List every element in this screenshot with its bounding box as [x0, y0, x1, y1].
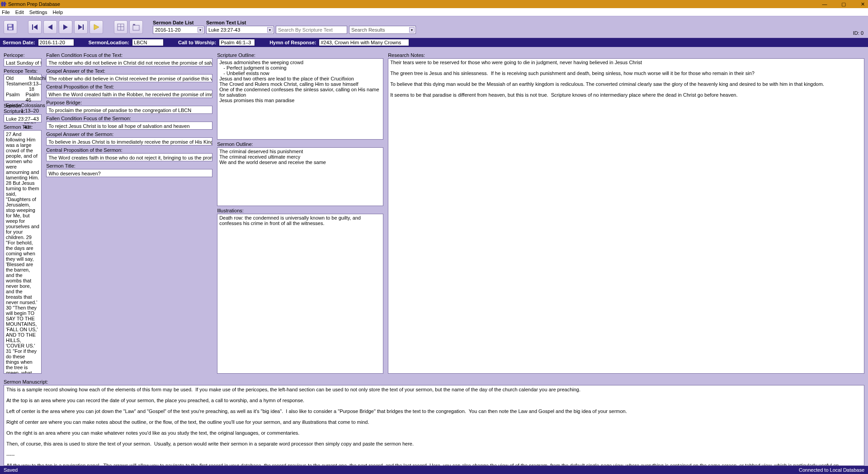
hymn-response-label: Hymn of Response:	[269, 40, 316, 45]
save-button[interactable]	[4, 20, 17, 34]
fcfs-input[interactable]: To reject Jesus Christ is to lose all ho…	[46, 122, 212, 130]
cpt-label: Central Proposition of the Text:	[46, 84, 212, 89]
manuscript-label: Sermon Manuscript:	[4, 379, 864, 385]
svg-rect-11	[83, 24, 84, 30]
column-research: Research Notes: Their tears were to be r…	[388, 51, 864, 374]
sermon-date-list-label: Sermon Date List	[153, 20, 204, 25]
sermon-date-list-value: 2016-11-20	[155, 27, 180, 33]
tabbed-view-button[interactable]	[129, 20, 143, 34]
sermon-text-list-value: Luke 23:27-43	[208, 27, 240, 33]
sermon-location-input[interactable]	[132, 39, 164, 46]
minimize-button[interactable]: —	[821, 1, 828, 7]
prev-record-button[interactable]	[43, 20, 57, 34]
menu-file[interactable]: File	[2, 9, 10, 15]
fcft-label: Fallen Condition Focus of the Text:	[46, 52, 212, 58]
svg-rect-17	[133, 24, 135, 25]
gat-input[interactable]: The robber who did believe in Christ rec…	[46, 74, 212, 82]
menu-bar: File Edit Settings Help	[0, 8, 868, 16]
sermon-scripture-label: Sermon Scripture:	[4, 103, 42, 114]
window-title: Sermon Prep Database	[8, 1, 60, 7]
app-icon	[1, 1, 6, 7]
sermon-title-input[interactable]: Who deserves heaven?	[46, 169, 212, 177]
menu-help[interactable]: Help	[52, 9, 63, 15]
last-record-button[interactable]	[74, 20, 88, 34]
svg-marker-12	[94, 24, 99, 30]
pb-input[interactable]: To proclaim the promise of paradise to t…	[46, 106, 212, 114]
column-pericope: Pericope: Last Sunday of the Church Year…	[4, 51, 42, 374]
svg-rect-2	[1, 3, 6, 5]
single-page-view-button[interactable]	[114, 20, 127, 34]
sermon-date-list-combo[interactable]: 2016-11-20 ▾	[153, 26, 204, 34]
sermon-date-label: Sermon Date:	[3, 40, 35, 45]
menu-settings[interactable]: Settings	[29, 9, 47, 15]
illustrations-area[interactable]: Death row: the condemned is universally …	[217, 214, 383, 374]
scripture-outline-label: Scripture Outline:	[217, 52, 383, 58]
fcfs-label: Fallen Condition Focus of the Sermon:	[46, 116, 212, 121]
sermon-date-input[interactable]	[38, 39, 74, 46]
search-results-placeholder: Search Results	[351, 27, 385, 33]
cpt-input[interactable]: When the Word created faith in the Robbe…	[46, 90, 212, 98]
sermon-text-list-combo[interactable]: Luke 23:27-43 ▾	[206, 26, 274, 34]
research-notes-area[interactable]: Their tears were to be reserved for thos…	[388, 58, 864, 374]
next-record-button[interactable]	[59, 20, 72, 34]
main-columns: Pericope: Last Sunday of the Church Year…	[0, 47, 868, 377]
play-button[interactable]	[90, 20, 103, 34]
chevron-down-icon: ▾	[198, 27, 203, 33]
search-results-combo[interactable]: Search Results ▾	[349, 26, 416, 34]
menu-edit[interactable]: Edit	[15, 9, 24, 15]
svg-marker-9	[63, 24, 68, 30]
sermon-header-row: Sermon Date: SermonLocation: Call to Wor…	[0, 38, 868, 47]
title-bar: Sermon Prep Database — ▢ ✕	[0, 0, 868, 8]
maximize-button[interactable]: ▢	[840, 1, 847, 7]
sermon-outline-label: Sermon Outline:	[217, 141, 383, 147]
sermon-text-list-label: Sermon Text List	[206, 20, 274, 25]
call-to-worship-label: Call to Worship:	[178, 40, 216, 45]
svg-rect-5	[9, 28, 12, 30]
sermon-title-label: Sermon Title:	[46, 163, 212, 169]
call-to-worship-input[interactable]	[219, 39, 255, 46]
gat-label: Gospel Answer of the Text:	[46, 68, 212, 74]
research-notes-label: Research Notes:	[388, 52, 864, 58]
pericope-texts-label: Pericope Texts:	[4, 68, 42, 74]
search-scripture-input[interactable]	[276, 26, 347, 34]
svg-rect-6	[32, 24, 33, 30]
cps-label: Central Proposition of the Sermon:	[46, 147, 212, 153]
column-outlines: Scripture Outline: Jesus admonishes the …	[217, 51, 383, 374]
toolbar: Sermon Date List 2016-11-20 ▾ Sermon Tex…	[0, 16, 868, 38]
svg-marker-10	[78, 24, 82, 30]
first-record-button[interactable]	[28, 20, 42, 34]
svg-marker-7	[33, 24, 38, 30]
svg-marker-8	[48, 24, 52, 30]
chevron-down-icon: ▾	[267, 27, 273, 33]
pericope-texts-box[interactable]: Old TestamentMalachi 3:13–18 PsalmPsalm …	[4, 74, 42, 101]
sermon-text-area[interactable]: 27 And following Him was a large crowd o…	[4, 130, 42, 374]
fcft-input[interactable]: The robber who did not believe in Christ…	[46, 58, 212, 66]
svg-rect-4	[8, 24, 12, 27]
record-id-label: ID: 0	[853, 30, 863, 36]
sermon-location-label: SermonLocation:	[89, 40, 129, 45]
scripture-outline-area[interactable]: Jesus admonishes the weeping crowd - Per…	[217, 58, 383, 140]
pericope-label: Pericope:	[4, 52, 42, 58]
gas-label: Gospel Answer of the Sermon:	[46, 131, 212, 137]
manuscript-area[interactable]: This is a sample record showing how each…	[4, 385, 864, 466]
illustrations-label: Illustrations:	[217, 208, 383, 213]
close-button[interactable]: ✕	[859, 1, 866, 7]
pb-label: Purpose Bridge:	[46, 100, 212, 105]
status-bar: Saved Connected to Local Database	[0, 466, 868, 474]
status-left: Saved	[4, 467, 18, 473]
manuscript-section: Sermon Manuscript: This is a sample reco…	[4, 377, 864, 466]
sermon-scripture-input[interactable]: Luke 23:27–43	[4, 114, 42, 122]
cps-input[interactable]: The Word creates faith in those who do n…	[46, 153, 212, 161]
column-propositions: Fallen Condition Focus of the Text: The …	[46, 51, 212, 374]
gas-input[interactable]: To believe in Jesus Christ is to immedia…	[46, 137, 212, 145]
sermon-text-label: Sermon Text:	[4, 124, 42, 130]
hymn-response-input[interactable]	[319, 39, 409, 46]
svg-rect-16	[133, 25, 139, 30]
pericope-input[interactable]: Last Sunday of the Church Year	[4, 58, 42, 66]
status-right: Connected to Local Database	[799, 467, 864, 473]
sermon-outline-area[interactable]: The criminal deserved his punishment The…	[217, 147, 383, 206]
chevron-down-icon: ▾	[409, 27, 415, 33]
